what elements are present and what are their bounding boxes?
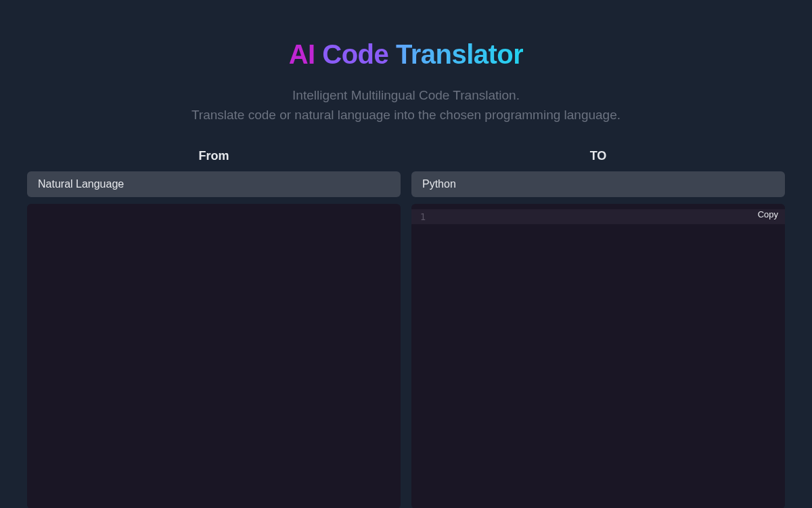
- title-word-ai: AI: [289, 39, 315, 69]
- translation-panels: From Natural Language TO Python 1 Copy: [0, 149, 812, 508]
- from-panel: From Natural Language: [27, 149, 401, 508]
- from-language-select[interactable]: Natural Language: [27, 171, 401, 197]
- to-panel-label: TO: [411, 149, 785, 163]
- from-panel-label: From: [27, 149, 401, 163]
- title-word-code: Code: [322, 39, 388, 69]
- to-code-area[interactable]: 1 Copy: [411, 204, 785, 508]
- subtitle-line-2: Translate code or natural language into …: [191, 106, 621, 125]
- page-title: AI Code Translator: [289, 39, 524, 70]
- subtitle: Intelligent Multilingual Code Translatio…: [191, 86, 621, 125]
- copy-button[interactable]: Copy: [758, 209, 778, 219]
- from-input-area[interactable]: [27, 204, 401, 508]
- line-number: 1: [417, 211, 429, 222]
- code-line-row: 1: [411, 209, 785, 224]
- to-language-select[interactable]: Python: [411, 171, 785, 197]
- title-word-translator: Translator: [396, 39, 523, 69]
- subtitle-line-1: Intelligent Multilingual Code Translatio…: [191, 86, 621, 106]
- to-panel: TO Python 1 Copy: [411, 149, 785, 508]
